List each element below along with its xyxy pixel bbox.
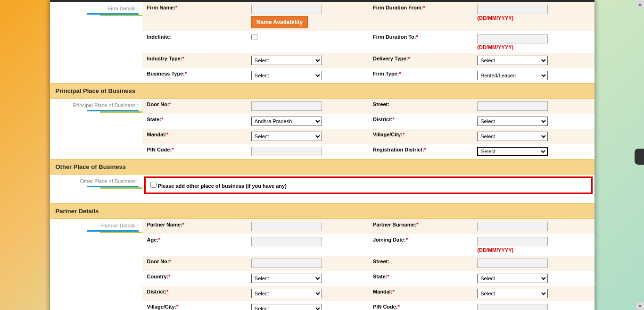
- date-hint-to: (DD/MM/YYYY): [477, 44, 589, 50]
- p-pin-input[interactable]: [251, 147, 322, 156]
- pt-district-select[interactable]: Select: [251, 289, 322, 298]
- sidebar-firm-details: Firm Details :: [50, 2, 142, 83]
- pt-state-select[interactable]: Select: [477, 274, 548, 283]
- underline-green: [100, 15, 142, 16]
- pt-age-input[interactable]: [251, 237, 322, 246]
- sidebar-label-text: Firm Details :: [108, 6, 139, 11]
- underline-green: [100, 187, 142, 189]
- underline-green: [100, 111, 142, 113]
- delivery-type-select[interactable]: Select: [477, 56, 548, 65]
- indefinite-label: Indefinite:: [147, 34, 172, 40]
- p-doorno-label: Door No:: [147, 101, 169, 107]
- pt-surname-input[interactable]: [477, 222, 548, 231]
- p-doorno-input[interactable]: [251, 101, 322, 111]
- section-partner: Partner Details : Partner Name:* Partner…: [50, 219, 594, 310]
- p-regdist-label: Registration District:: [373, 147, 424, 152]
- scroll-down-icon[interactable]: ▼: [636, 302, 644, 310]
- section-header-principal: Principal Place of Business: [50, 83, 594, 99]
- pt-pin-label: PIN Code:: [373, 304, 398, 310]
- pt-mandal-select[interactable]: Select: [477, 289, 548, 298]
- pt-joindate-label: Joining Date:: [373, 237, 406, 243]
- industry-type-label: Industry Type:: [147, 56, 182, 61]
- pt-pin-input[interactable]: [477, 304, 548, 310]
- delivery-type-label: Delivery Type:: [373, 56, 408, 61]
- firm-name-input[interactable]: [251, 5, 322, 14]
- industry-type-select[interactable]: Select: [251, 56, 322, 65]
- sidebar-partner: Partner Details :: [50, 219, 142, 310]
- sidebar-principal-text: Principal Place of Business :: [73, 102, 139, 108]
- section-firm-details: Firm Details : Firm Name:* Name Availabi…: [50, 2, 594, 83]
- pt-country-label: Country:: [147, 274, 169, 279]
- pt-village-label: Village/City:: [147, 304, 177, 310]
- duration-from-input[interactable]: [477, 5, 548, 14]
- firm-name-label: Firm Name:: [147, 5, 176, 10]
- spacer: [50, 196, 594, 203]
- p-village-label: Village/City:: [373, 132, 403, 137]
- p-pin-label: PIN Code:: [147, 147, 172, 152]
- p-village-select[interactable]: Select: [477, 132, 548, 141]
- principal-fields: Door No:* Street: State:* Andhra Pradesh…: [142, 99, 594, 159]
- p-district-select[interactable]: Select: [477, 117, 548, 126]
- other-highlight-box: Please add other place of business (if y…: [144, 176, 593, 194]
- p-street-input[interactable]: [477, 101, 548, 111]
- p-street-label: Street:: [373, 101, 389, 107]
- pt-village-select[interactable]: Select: [251, 304, 322, 310]
- name-availability-button[interactable]: Name Availability: [251, 16, 308, 28]
- partner-fields: Partner Name:* Partner Surname:* Age:* J…: [142, 219, 594, 310]
- sidebar-other: Other Place of Business :: [50, 175, 142, 196]
- p-regdist-select[interactable]: Select: [477, 147, 548, 156]
- section-other: Other Place of Business : Please add oth…: [50, 175, 594, 196]
- pt-doorno-input[interactable]: [251, 259, 322, 268]
- p-district-label: District:: [373, 117, 393, 122]
- form-content: Firm Details : Firm Name:* Name Availabi…: [50, 2, 594, 310]
- pt-street-label: Street:: [373, 259, 389, 264]
- duration-to-input[interactable]: [477, 34, 548, 43]
- page-container: Firm Details : Firm Name:* Name Availabi…: [50, 0, 594, 310]
- firm-fields: Firm Name:* Name Availability Firm Durat…: [142, 2, 594, 83]
- sidebar-principal: Principal Place of Business :: [50, 99, 142, 159]
- pt-date-hint: (DD/MM/YYYY): [477, 247, 589, 253]
- pt-joindate-input[interactable]: [477, 237, 548, 246]
- pt-surname-label: Partner Surname:: [373, 222, 416, 227]
- indefinite-checkbox[interactable]: [251, 34, 257, 40]
- p-state-label: State:: [147, 117, 162, 122]
- section-header-other: Other Place of Business: [50, 159, 594, 175]
- pt-country-select[interactable]: Select: [251, 274, 322, 283]
- pt-street-input[interactable]: [477, 259, 548, 268]
- business-type-select[interactable]: Select: [251, 71, 322, 80]
- p-state-select[interactable]: Andhra Pradesh: [251, 117, 322, 126]
- underline-green: [100, 232, 142, 233]
- add-other-place-checkbox[interactable]: [150, 182, 157, 188]
- add-other-place-label: Please add other place of business (if y…: [158, 183, 287, 189]
- pt-doorno-label: Door No:: [147, 259, 169, 264]
- sidebar-partner-text: Partner Details :: [101, 223, 139, 228]
- firm-type-label: Firm Type:: [373, 71, 399, 76]
- p-mandal-label: Mandal:: [147, 132, 167, 137]
- date-hint: (DD/MM/YYYY): [477, 15, 589, 21]
- business-type-label: Business Type:: [147, 71, 185, 76]
- pt-name-input[interactable]: [251, 222, 322, 231]
- pt-name-label: Partner Name:: [147, 222, 182, 227]
- duration-from-label: Firm Duration From:: [373, 5, 423, 10]
- section-header-partner: Partner Details: [50, 203, 594, 219]
- p-mandal-select[interactable]: Select: [251, 132, 322, 141]
- pt-age-label: Age:: [147, 237, 158, 243]
- duration-to-label: Firm Duration To:: [373, 34, 416, 40]
- pt-mandal-label: Mandal:: [373, 289, 393, 294]
- pt-state-label: State:: [373, 274, 388, 279]
- sidebar-other-text: Other Place of Business :: [80, 178, 138, 184]
- firm-type-select[interactable]: Rented/Leased: [477, 71, 548, 80]
- scroll-up-icon[interactable]: ▲: [636, 0, 644, 8]
- section-principal: Principal Place of Business : Door No:* …: [50, 99, 594, 159]
- pt-district-label: District:: [147, 289, 167, 294]
- side-tab-icon[interactable]: [635, 149, 644, 165]
